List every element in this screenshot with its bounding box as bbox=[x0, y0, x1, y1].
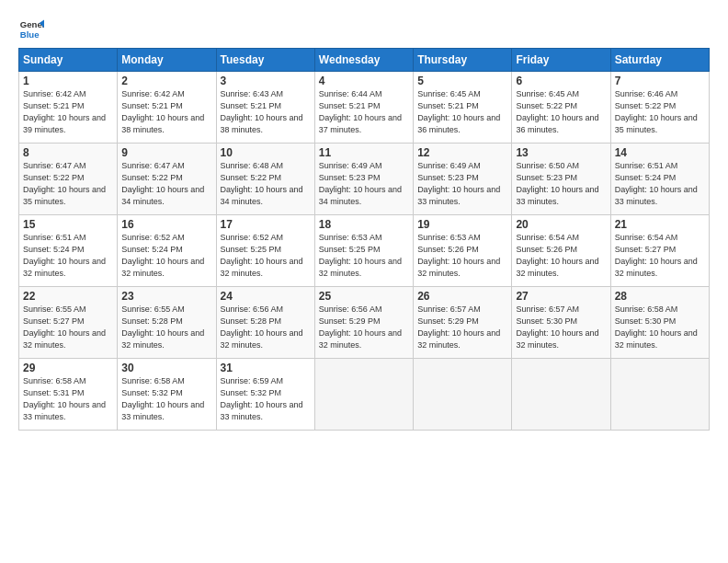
day-info: Sunrise: 6:51 AM Sunset: 5:24 PM Dayligh… bbox=[615, 160, 705, 208]
logo-icon: General Blue bbox=[18, 17, 44, 42]
calendar-cell: 8 Sunrise: 6:47 AM Sunset: 5:22 PM Dayli… bbox=[19, 144, 118, 215]
calendar-cell: 3 Sunrise: 6:43 AM Sunset: 5:21 PM Dayli… bbox=[216, 72, 314, 144]
day-info: Sunrise: 6:48 AM Sunset: 5:22 PM Dayligh… bbox=[221, 160, 311, 208]
header-saturday: Saturday bbox=[610, 49, 709, 72]
day-number: 13 bbox=[516, 146, 606, 159]
calendar-cell: 16 Sunrise: 6:52 AM Sunset: 5:24 PM Dayl… bbox=[118, 215, 216, 287]
header-friday: Friday bbox=[512, 49, 610, 72]
calendar-cell: 26 Sunrise: 6:57 AM Sunset: 5:29 PM Dayl… bbox=[414, 287, 512, 359]
day-number: 10 bbox=[221, 146, 311, 159]
calendar-header-row: SundayMondayTuesdayWednesdayThursdayFrid… bbox=[19, 49, 710, 72]
calendar-cell: 23 Sunrise: 6:55 AM Sunset: 5:28 PM Dayl… bbox=[118, 287, 216, 359]
day-info: Sunrise: 6:44 AM Sunset: 5:21 PM Dayligh… bbox=[319, 88, 409, 136]
calendar-cell: 27 Sunrise: 6:57 AM Sunset: 5:30 PM Dayl… bbox=[512, 287, 610, 359]
day-info: Sunrise: 6:55 AM Sunset: 5:28 PM Dayligh… bbox=[121, 304, 211, 351]
day-number: 12 bbox=[417, 146, 507, 159]
calendar-cell: 29 Sunrise: 6:58 AM Sunset: 5:31 PM Dayl… bbox=[19, 359, 118, 431]
header-thursday: Thursday bbox=[414, 49, 512, 72]
day-info: Sunrise: 6:53 AM Sunset: 5:26 PM Dayligh… bbox=[417, 232, 507, 280]
calendar-table: SundayMondayTuesdayWednesdayThursdayFrid… bbox=[18, 48, 710, 431]
calendar-cell: 10 Sunrise: 6:48 AM Sunset: 5:22 PM Dayl… bbox=[216, 144, 314, 215]
day-info: Sunrise: 6:46 AM Sunset: 5:22 PM Dayligh… bbox=[615, 88, 705, 136]
calendar-cell: 30 Sunrise: 6:58 AM Sunset: 5:32 PM Dayl… bbox=[118, 359, 216, 431]
day-number: 21 bbox=[615, 218, 705, 231]
day-number: 31 bbox=[221, 362, 311, 374]
day-info: Sunrise: 6:59 AM Sunset: 5:32 PM Dayligh… bbox=[221, 375, 311, 423]
day-info: Sunrise: 6:47 AM Sunset: 5:22 PM Dayligh… bbox=[23, 160, 113, 208]
header-wednesday: Wednesday bbox=[314, 49, 413, 72]
calendar-cell: 9 Sunrise: 6:47 AM Sunset: 5:22 PM Dayli… bbox=[118, 144, 216, 215]
day-number: 26 bbox=[417, 290, 507, 303]
calendar-cell: 13 Sunrise: 6:50 AM Sunset: 5:23 PM Dayl… bbox=[512, 144, 610, 215]
day-number: 24 bbox=[221, 290, 311, 303]
header-sunday: Sunday bbox=[19, 49, 118, 72]
calendar-cell: 5 Sunrise: 6:45 AM Sunset: 5:21 PM Dayli… bbox=[414, 72, 512, 144]
calendar-week-2: 8 Sunrise: 6:47 AM Sunset: 5:22 PM Dayli… bbox=[19, 144, 710, 215]
day-info: Sunrise: 6:51 AM Sunset: 5:24 PM Dayligh… bbox=[23, 232, 113, 280]
calendar-cell: 1 Sunrise: 6:42 AM Sunset: 5:21 PM Dayli… bbox=[19, 72, 118, 144]
day-number: 23 bbox=[121, 290, 211, 303]
calendar-cell: 25 Sunrise: 6:56 AM Sunset: 5:29 PM Dayl… bbox=[314, 287, 413, 359]
calendar-cell: 11 Sunrise: 6:49 AM Sunset: 5:23 PM Dayl… bbox=[314, 144, 413, 215]
day-number: 16 bbox=[121, 218, 211, 231]
calendar-cell: 19 Sunrise: 6:53 AM Sunset: 5:26 PM Dayl… bbox=[414, 215, 512, 287]
calendar-cell: 2 Sunrise: 6:42 AM Sunset: 5:21 PM Dayli… bbox=[118, 72, 216, 144]
day-info: Sunrise: 6:53 AM Sunset: 5:25 PM Dayligh… bbox=[319, 232, 409, 280]
day-info: Sunrise: 6:58 AM Sunset: 5:31 PM Dayligh… bbox=[23, 375, 113, 423]
calendar-cell: 20 Sunrise: 6:54 AM Sunset: 5:26 PM Dayl… bbox=[512, 215, 610, 287]
header-monday: Monday bbox=[118, 49, 216, 72]
day-number: 25 bbox=[319, 290, 409, 303]
day-number: 18 bbox=[319, 218, 409, 231]
calendar-cell: 31 Sunrise: 6:59 AM Sunset: 5:32 PM Dayl… bbox=[216, 359, 314, 431]
calendar-cell bbox=[314, 359, 413, 431]
calendar-cell: 6 Sunrise: 6:45 AM Sunset: 5:22 PM Dayli… bbox=[512, 72, 610, 144]
day-info: Sunrise: 6:45 AM Sunset: 5:21 PM Dayligh… bbox=[417, 88, 507, 136]
day-number: 5 bbox=[417, 75, 507, 87]
calendar-cell: 17 Sunrise: 6:52 AM Sunset: 5:25 PM Dayl… bbox=[216, 215, 314, 287]
day-info: Sunrise: 6:42 AM Sunset: 5:21 PM Dayligh… bbox=[23, 88, 113, 136]
calendar-week-1: 1 Sunrise: 6:42 AM Sunset: 5:21 PM Dayli… bbox=[19, 72, 710, 144]
day-info: Sunrise: 6:42 AM Sunset: 5:21 PM Dayligh… bbox=[121, 88, 211, 136]
day-info: Sunrise: 6:54 AM Sunset: 5:26 PM Dayligh… bbox=[516, 232, 606, 280]
logo: General Blue bbox=[18, 17, 44, 42]
day-info: Sunrise: 6:49 AM Sunset: 5:23 PM Dayligh… bbox=[417, 160, 507, 208]
calendar-cell: 4 Sunrise: 6:44 AM Sunset: 5:21 PM Dayli… bbox=[314, 72, 413, 144]
day-number: 20 bbox=[516, 218, 606, 231]
day-number: 1 bbox=[23, 75, 113, 87]
day-info: Sunrise: 6:57 AM Sunset: 5:29 PM Dayligh… bbox=[417, 304, 507, 351]
calendar-cell: 22 Sunrise: 6:55 AM Sunset: 5:27 PM Dayl… bbox=[19, 287, 118, 359]
calendar-week-4: 22 Sunrise: 6:55 AM Sunset: 5:27 PM Dayl… bbox=[19, 287, 710, 359]
day-info: Sunrise: 6:49 AM Sunset: 5:23 PM Dayligh… bbox=[319, 160, 409, 208]
day-info: Sunrise: 6:58 AM Sunset: 5:30 PM Dayligh… bbox=[615, 304, 705, 351]
header: General Blue bbox=[18, 17, 710, 42]
calendar-cell: 14 Sunrise: 6:51 AM Sunset: 5:24 PM Dayl… bbox=[610, 144, 709, 215]
day-number: 2 bbox=[121, 75, 211, 87]
calendar-cell: 15 Sunrise: 6:51 AM Sunset: 5:24 PM Dayl… bbox=[19, 215, 118, 287]
day-number: 7 bbox=[615, 75, 705, 87]
day-info: Sunrise: 6:52 AM Sunset: 5:25 PM Dayligh… bbox=[221, 232, 311, 280]
day-number: 30 bbox=[121, 362, 211, 374]
day-number: 4 bbox=[319, 75, 409, 87]
calendar-cell: 7 Sunrise: 6:46 AM Sunset: 5:22 PM Dayli… bbox=[610, 72, 709, 144]
calendar-week-3: 15 Sunrise: 6:51 AM Sunset: 5:24 PM Dayl… bbox=[19, 215, 710, 287]
day-info: Sunrise: 6:50 AM Sunset: 5:23 PM Dayligh… bbox=[516, 160, 606, 208]
day-info: Sunrise: 6:47 AM Sunset: 5:22 PM Dayligh… bbox=[121, 160, 211, 208]
calendar-cell: 28 Sunrise: 6:58 AM Sunset: 5:30 PM Dayl… bbox=[610, 287, 709, 359]
day-number: 14 bbox=[615, 146, 705, 159]
calendar-page: General Blue SundayMondayTuesdayWednesda… bbox=[0, 0, 728, 563]
day-number: 3 bbox=[221, 75, 311, 87]
header-tuesday: Tuesday bbox=[216, 49, 314, 72]
day-info: Sunrise: 6:52 AM Sunset: 5:24 PM Dayligh… bbox=[121, 232, 211, 280]
calendar-cell: 12 Sunrise: 6:49 AM Sunset: 5:23 PM Dayl… bbox=[414, 144, 512, 215]
calendar-cell: 21 Sunrise: 6:54 AM Sunset: 5:27 PM Dayl… bbox=[610, 215, 709, 287]
day-number: 19 bbox=[417, 218, 507, 231]
calendar-week-5: 29 Sunrise: 6:58 AM Sunset: 5:31 PM Dayl… bbox=[19, 359, 710, 431]
day-info: Sunrise: 6:45 AM Sunset: 5:22 PM Dayligh… bbox=[516, 88, 606, 136]
day-number: 15 bbox=[23, 218, 113, 231]
day-number: 22 bbox=[23, 290, 113, 303]
day-info: Sunrise: 6:58 AM Sunset: 5:32 PM Dayligh… bbox=[121, 375, 211, 423]
day-number: 6 bbox=[516, 75, 606, 87]
day-info: Sunrise: 6:43 AM Sunset: 5:21 PM Dayligh… bbox=[221, 88, 311, 136]
calendar-cell bbox=[610, 359, 709, 431]
calendar-cell: 24 Sunrise: 6:56 AM Sunset: 5:28 PM Dayl… bbox=[216, 287, 314, 359]
